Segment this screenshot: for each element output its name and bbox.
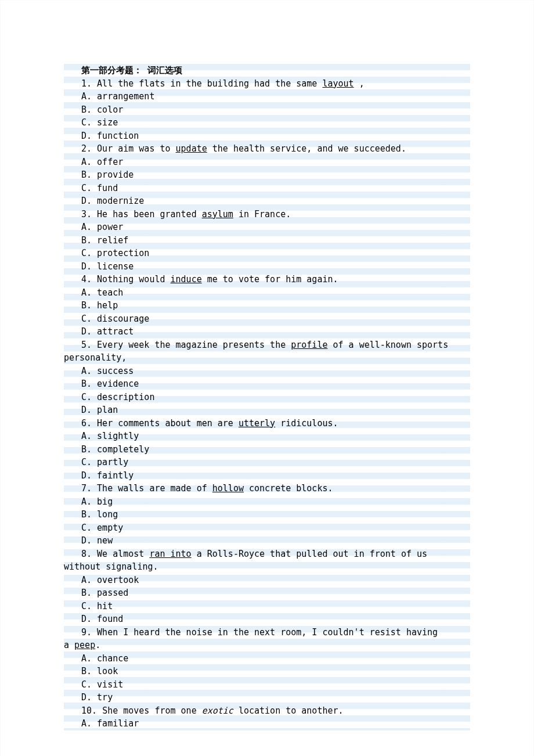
option-d: D. attract — [64, 325, 470, 339]
stem-before: Her comments about men are — [97, 418, 239, 429]
option-text: fund — [97, 183, 118, 193]
keyword: utterly — [239, 418, 275, 429]
option-c: C. size — [64, 116, 470, 129]
option-text: offer — [97, 157, 123, 167]
option-a: A. teach — [64, 286, 470, 300]
stem-after: in France. — [239, 209, 291, 219]
option-c: C. discourage — [64, 312, 470, 326]
question-stem: 7. The walls are made of hollow concrete… — [64, 482, 470, 495]
question-number: 6. — [81, 418, 92, 429]
stem-before: All the flats in the building had the sa… — [97, 78, 322, 89]
stem-after: . — [95, 640, 100, 650]
question-number: 10. — [81, 705, 97, 716]
stem-before: Nothing would — [97, 274, 170, 285]
option-a: A. power — [64, 221, 470, 234]
option-text: arrangement — [97, 91, 154, 102]
option-c: C. description — [64, 391, 470, 404]
question-number: 7. — [81, 483, 92, 494]
stem-before: She moves from one — [102, 705, 202, 716]
option-b: B. look — [64, 665, 470, 678]
option-c: C. fund — [64, 182, 470, 195]
option-text: color — [97, 105, 123, 115]
option-text: evidence — [97, 379, 139, 389]
option-d: D. faintly — [64, 469, 470, 483]
question-stem-cont: without signaling. — [64, 560, 470, 574]
stem-after: ridiculous. — [280, 418, 338, 429]
option-a: A. success — [64, 365, 470, 378]
question-number: 3. — [81, 209, 92, 219]
stem-before: When I heard the noise in the next room,… — [97, 627, 438, 638]
option-d: D. license — [64, 260, 470, 273]
option-text: partly — [97, 457, 128, 467]
option-a: A. familiar — [64, 717, 470, 730]
option-b: B. provide — [64, 168, 470, 182]
option-text: attract — [97, 326, 134, 337]
keyword: asylum — [202, 209, 233, 219]
option-d: D. found — [64, 613, 470, 626]
stem-before: Every week the magazine presents the — [97, 340, 291, 350]
option-b: B. evidence — [64, 377, 470, 391]
option-text: passed — [97, 588, 128, 598]
question-stem: 2. Our aim was to update the health serv… — [64, 142, 470, 156]
question-number: 5. — [81, 340, 92, 350]
option-a: A. big — [64, 495, 470, 509]
option-a: A. overtook — [64, 574, 470, 587]
option-b: B. help — [64, 299, 470, 312]
question-number: 4. — [81, 274, 92, 285]
stem-after: of a well-known sports — [333, 340, 448, 350]
option-text: slightly — [97, 431, 139, 441]
section-title: 第一部分考题： 词汇选项 — [64, 64, 470, 77]
stem-before: We almost — [97, 549, 149, 559]
option-b: B. completely — [64, 443, 470, 456]
option-text: hit — [97, 601, 113, 611]
option-text: teach — [97, 287, 123, 298]
option-text: try — [97, 692, 113, 703]
keyword: hollow — [212, 483, 244, 494]
keyword: update — [176, 143, 207, 154]
option-text: big — [97, 496, 113, 507]
option-text: found — [97, 614, 123, 624]
option-text: help — [97, 300, 118, 311]
question-stem: 3. He has been granted asylum in France. — [64, 208, 470, 221]
question-stem: 6. Her comments about men are utterly ri… — [64, 417, 470, 430]
question-stem: 4. Nothing would induce me to vote for h… — [64, 273, 470, 286]
option-text: overtook — [97, 575, 139, 585]
option-text: description — [97, 392, 154, 402]
option-text: function — [97, 131, 139, 141]
question-stem: 8. We almost ran into a Rolls-Royce that… — [64, 548, 470, 561]
option-text: familiar — [97, 718, 139, 729]
keyword: layout — [322, 78, 353, 89]
option-text: success — [97, 366, 134, 376]
option-d: D. try — [64, 691, 470, 704]
option-text: visit — [97, 679, 123, 690]
option-c: C. empty — [64, 521, 470, 535]
option-c: C. hit — [64, 600, 470, 613]
option-a: A. chance — [64, 652, 470, 665]
stem-before: The walls are made of — [97, 483, 212, 494]
option-text: look — [97, 666, 118, 676]
option-text: new — [97, 535, 113, 546]
question-stem-cont: a peep. — [64, 639, 470, 652]
question-stem-cont: personality, — [64, 351, 470, 365]
stem-before: He has been granted — [97, 209, 202, 219]
keyword: exotic — [202, 705, 233, 716]
question-number: 8. — [81, 549, 92, 559]
option-text: chance — [97, 653, 128, 664]
stem-after: location to another. — [239, 705, 344, 716]
option-text: relief — [97, 235, 128, 246]
option-c: C. partly — [64, 456, 470, 469]
option-text: modernize — [97, 196, 144, 206]
cont-prefix: a — [64, 640, 74, 650]
option-b: B. relief — [64, 234, 470, 247]
keyword: profile — [291, 340, 327, 350]
option-a: A. arrangement — [64, 90, 470, 103]
option-text: empty — [97, 523, 123, 533]
question-number: 9. — [81, 627, 92, 638]
question-stem: 10. She moves from one exotic location t… — [64, 704, 470, 718]
option-a: A. offer — [64, 156, 470, 169]
exam-page: 第一部分考题： 词汇选项 1. All the flats in the bui… — [0, 0, 534, 756]
option-text: plan — [97, 405, 118, 415]
stem-after: the health service, and we succeeded. — [212, 143, 406, 154]
option-text: long — [97, 509, 118, 520]
question-stem: 9. When I heard the noise in the next ro… — [64, 626, 470, 639]
